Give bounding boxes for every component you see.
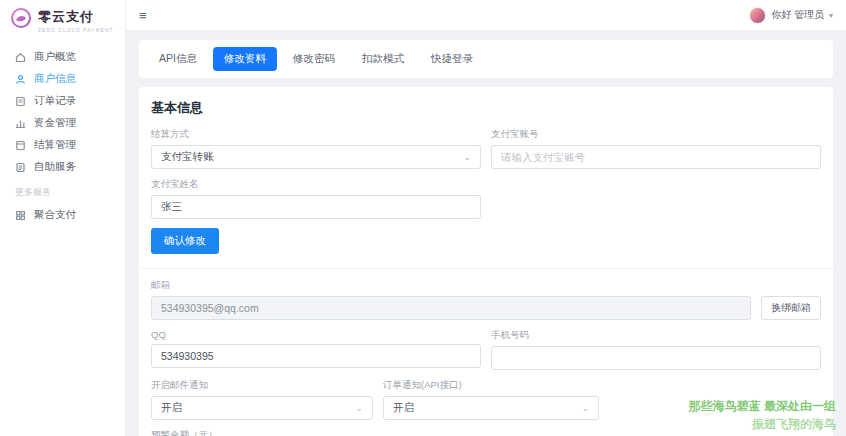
email-label: 邮箱 [151,279,821,292]
tab-bar: API信息 修改资料 修改密码 扣款模式 快捷登录 [139,40,833,78]
menu-toggle-icon[interactable]: ≡ [139,9,147,22]
sidebar-item-orders[interactable]: 订单记录 [0,90,125,112]
app-subtitle: ZERO CLOUD PAYMENT [38,27,114,33]
sidebar-item-label: 聚合支付 [34,208,76,222]
chevron-down-icon: ⌄ [463,152,471,162]
tab-api-info[interactable]: API信息 [148,47,208,71]
settle-method-value: 支付宝转账 [161,150,214,164]
user-greeting: 你好 管理员 [771,8,824,22]
sidebar-item-settlement[interactable]: 结算管理 [0,134,125,156]
basic-info-card: 基本信息 结算方式 支付宝转账 ⌄ 支付宝账号 支付宝姓名 确认修改 [139,87,833,436]
tab-deduction-mode[interactable]: 扣款模式 [351,47,415,71]
app-title: 零云支付 [38,8,114,26]
sidebar-item-merchant-info[interactable]: 商户信息 [0,68,125,90]
logo-icon [10,7,32,33]
settle-name-input[interactable] [151,195,481,219]
sidebar-nav: 商户概览 商户信息 订单记录 资金管理 结算管理 [0,38,125,226]
settle-method-label: 结算方式 [151,128,481,141]
sidebar-item-aggregate-pay[interactable]: 聚合支付 [0,204,125,226]
main-area: ≡ 你好 管理员 ▾ API信息 修改资料 修改密码 扣款模式 快捷登录 基本信… [126,0,846,436]
email-notify-select[interactable]: 开启 ⌄ [151,396,373,420]
sidebar: 零云支付 ZERO CLOUD PAYMENT 商户概览 商户信息 订单记录 [0,0,126,436]
sidebar-item-funds[interactable]: 资金管理 [0,112,125,134]
settle-account-label: 支付宝账号 [491,128,821,141]
user-menu[interactable]: 你好 管理员 ▾ [749,7,833,24]
app-logo[interactable]: 零云支付 ZERO CLOUD PAYMENT [0,0,125,38]
sidebar-item-overview[interactable]: 商户概览 [0,46,125,68]
sidebar-item-label: 商户概览 [34,50,76,64]
rebind-email-button[interactable]: 换绑邮箱 [761,296,821,320]
api-notify-value: 开启 [393,401,414,415]
phone-label: 手机号码 [491,329,821,342]
chart-icon [15,118,26,129]
sidebar-item-label: 订单记录 [34,94,76,108]
qq-label: QQ [151,329,481,340]
email-notify-value: 开启 [161,401,182,415]
avatar [749,7,766,24]
tab-change-password[interactable]: 修改密码 [282,47,346,71]
section-title: 基本信息 [151,99,821,117]
sidebar-item-label: 结算管理 [34,138,76,152]
tab-quick-login[interactable]: 快捷登录 [420,47,484,71]
sidebar-section-label: 更多服务 [0,178,125,204]
sidebar-item-label: 自助服务 [34,160,76,174]
home-icon [15,52,26,63]
phone-input[interactable] [491,346,821,370]
confirm-edit-button[interactable]: 确认修改 [151,228,219,254]
settle-method-select[interactable]: 支付宝转账 ⌄ [151,145,481,169]
topbar: ≡ 你好 管理员 ▾ [126,0,846,30]
chevron-down-icon: ⌄ [581,403,589,413]
chevron-down-icon: ▾ [829,11,833,20]
divider [139,268,833,269]
settle-account-input[interactable] [491,145,821,169]
settle-name-label: 支付宝姓名 [151,178,481,191]
sidebar-item-label: 商户信息 [34,72,76,86]
email-notify-label: 开启邮件通知 [151,379,373,392]
calculator-icon [15,140,26,151]
user-icon [15,74,26,85]
sidebar-item-selfservice[interactable]: 自助服务 [0,156,125,178]
grid-icon [15,210,26,221]
qq-input[interactable] [151,344,481,368]
list-icon [15,96,26,107]
chevron-down-icon: ⌄ [355,403,363,413]
email-input [151,296,751,320]
document-icon [15,162,26,173]
api-notify-label: 订单通知(API接口) [383,379,599,392]
sidebar-item-label: 资金管理 [34,116,76,130]
tab-edit-profile[interactable]: 修改资料 [213,47,277,71]
warn-amount-label: 预警金额（元） [151,429,481,436]
api-notify-select[interactable]: 开启 ⌄ [383,396,599,420]
